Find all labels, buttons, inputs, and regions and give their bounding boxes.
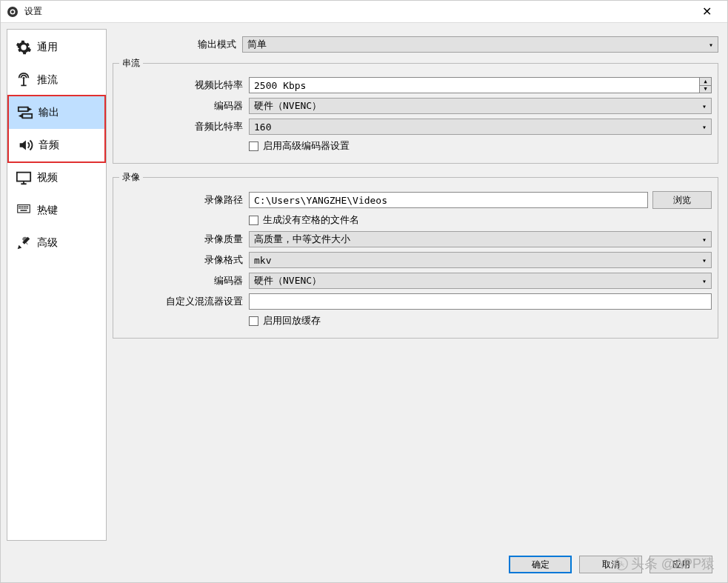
- gear-icon: [13, 39, 34, 56]
- audio-bitrate-label: 音频比特率: [119, 120, 249, 133]
- audio-bitrate-select[interactable]: 160: [249, 119, 712, 135]
- cancel-button[interactable]: 取消: [579, 556, 642, 573]
- button-bar: 确定 取消 应用: [1, 547, 727, 582]
- svg-rect-18: [25, 207, 27, 209]
- highlight-group: 输出 音频: [7, 95, 106, 163]
- svg-rect-17: [24, 207, 25, 209]
- svg-rect-14: [19, 207, 20, 209]
- output-icon: [15, 104, 36, 121]
- sidebar-item-label: 视频: [37, 171, 58, 184]
- record-format-select[interactable]: mkv: [249, 252, 712, 268]
- sidebar-item-advanced[interactable]: 高级: [7, 227, 106, 259]
- svg-rect-16: [22, 207, 24, 209]
- svg-rect-10: [22, 206, 24, 207]
- stream-legend: 串流: [119, 57, 143, 70]
- svg-rect-15: [21, 207, 22, 209]
- close-button[interactable]: ✕: [692, 4, 721, 19]
- video-bitrate-input[interactable]: 2500 Kbps ▲▼: [249, 77, 712, 93]
- record-quality-select[interactable]: 高质量，中等文件大小: [249, 231, 712, 247]
- svg-point-2: [11, 10, 14, 13]
- sidebar-item-label: 输出: [39, 106, 59, 119]
- svg-rect-6: [17, 173, 30, 181]
- svg-rect-4: [19, 107, 28, 112]
- stream-group: 串流 视频比特率 2500 Kbps ▲▼ 编码器 硬件（NVENC）: [113, 63, 718, 164]
- window-title: 设置: [24, 5, 692, 18]
- sidebar-item-output[interactable]: 输出: [9, 96, 104, 129]
- spin-down-icon[interactable]: ▼: [699, 86, 711, 93]
- sidebar-item-hotkeys[interactable]: 热键: [7, 194, 106, 227]
- ok-button[interactable]: 确定: [509, 556, 572, 573]
- browse-button[interactable]: 浏览: [652, 191, 712, 209]
- record-group: 录像 录像路径 浏览 生成没有空格的文件名: [113, 177, 718, 339]
- stream-encoder-label: 编码器: [119, 99, 249, 113]
- titlebar: 设置 ✕: [1, 1, 727, 23]
- spin-up-icon[interactable]: ▲: [699, 78, 711, 86]
- sidebar-item-label: 推流: [37, 73, 58, 87]
- replay-buffer-checkbox[interactable]: 启用回放缓存: [249, 314, 321, 327]
- speaker-icon: [15, 136, 36, 154]
- main-panel: 输出模式 简单 串流 视频比特率 2500 Kbps ▲▼: [113, 29, 721, 541]
- apply-button[interactable]: 应用: [649, 556, 712, 573]
- stream-encoder-select[interactable]: 硬件（NVENC）: [249, 98, 712, 114]
- output-mode-label: 输出模式: [113, 38, 242, 51]
- record-encoder-label: 编码器: [119, 274, 249, 287]
- record-quality-label: 录像质量: [119, 233, 249, 246]
- checkbox-icon: [249, 216, 258, 225]
- sidebar-item-label: 音频: [39, 139, 59, 152]
- tools-icon: [13, 234, 34, 252]
- sidebar-item-general[interactable]: 通用: [7, 31, 106, 64]
- advanced-encoder-checkbox[interactable]: 启用高级编码器设置: [249, 139, 350, 153]
- svg-rect-8: [19, 206, 20, 207]
- sidebar-item-audio[interactable]: 音频: [9, 129, 104, 161]
- record-format-label: 录像格式: [119, 253, 249, 267]
- sidebar: 通用 推流 输出 音频 视频: [7, 29, 107, 541]
- muxer-input[interactable]: [249, 293, 712, 310]
- checkbox-icon: [249, 316, 258, 326]
- sidebar-item-label: 高级: [37, 236, 58, 250]
- record-path-input[interactable]: [249, 192, 648, 208]
- app-icon: [7, 6, 19, 18]
- svg-rect-9: [21, 206, 22, 207]
- sidebar-item-video[interactable]: 视频: [7, 161, 106, 194]
- nospace-checkbox[interactable]: 生成没有空格的文件名: [249, 213, 359, 227]
- sidebar-item-label: 通用: [37, 41, 58, 54]
- video-bitrate-label: 视频比特率: [119, 79, 249, 92]
- monitor-icon: [13, 169, 34, 187]
- sidebar-item-label: 热键: [37, 204, 58, 217]
- keyboard-icon: [13, 201, 34, 219]
- record-legend: 录像: [119, 171, 143, 184]
- svg-rect-13: [27, 206, 29, 207]
- record-path-label: 录像路径: [119, 193, 249, 207]
- sidebar-item-stream[interactable]: 推流: [7, 64, 106, 96]
- svg-rect-11: [24, 206, 25, 207]
- svg-rect-5: [22, 114, 32, 119]
- output-mode-select[interactable]: 简单: [242, 36, 718, 53]
- muxer-label: 自定义混流器设置: [119, 295, 249, 308]
- checkbox-icon: [249, 141, 258, 151]
- antenna-icon: [13, 71, 34, 89]
- record-encoder-select[interactable]: 硬件（NVENC）: [249, 273, 712, 289]
- svg-rect-19: [27, 207, 29, 209]
- svg-rect-20: [21, 210, 27, 211]
- svg-rect-12: [25, 206, 27, 207]
